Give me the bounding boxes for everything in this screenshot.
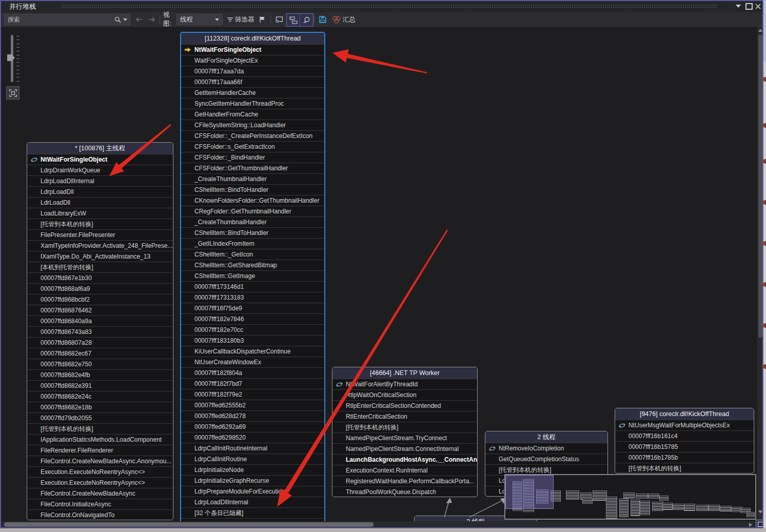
stack-frame[interactable]: GetHandlerFromCache — [181, 109, 324, 120]
stack-frame[interactable]: 00007fff182f7bd7 — [181, 378, 324, 389]
stack-frame[interactable]: 00007fff16f75de9 — [181, 303, 324, 313]
stack-frame[interactable]: 00007ffd8682ec67 — [27, 348, 173, 359]
stack-frame[interactable]: CFSFolder::s_GetExtractIcon — [181, 141, 324, 152]
stack-frame[interactable]: CShellItem::BindToHandler — [181, 184, 324, 195]
stack-frame[interactable]: GetQueuedCompletionStatus — [485, 454, 607, 464]
stack-frame[interactable]: Execution.ExecuteNoReentryAsync<> — [27, 466, 173, 477]
stack-frame[interactable]: 00007ffd86743a83 — [27, 326, 173, 337]
stack-frame[interactable]: [托管到本机的转换] — [615, 463, 754, 474]
stack-frame[interactable]: LdrpDrainWorkQueue — [27, 165, 173, 175]
horizontal-scrollbar-thumb[interactable] — [4, 522, 374, 527]
stack-header[interactable]: [9476] coreclr.dll!KickOffThread — [615, 408, 754, 420]
vertical-scrollbar-thumb[interactable] — [758, 35, 762, 338]
minimap-panel[interactable] — [504, 474, 756, 520]
forward-button[interactable] — [146, 14, 158, 25]
stack-frame[interactable]: 00007fff16b161c4 — [615, 430, 754, 441]
stack-frame[interactable]: FileRenderer.FileRenderer — [27, 445, 173, 456]
frames-button[interactable] — [273, 14, 285, 25]
stack-frame[interactable]: 00007fff16b1785b — [615, 452, 754, 463]
stack-frame[interactable]: 00007ffd8682e24c — [27, 391, 173, 402]
close-button[interactable] — [752, 2, 763, 11]
stack-frame[interactable]: CShellItem::GetImage — [181, 270, 324, 281]
stack-frame[interactable]: 00007ffd8682e4fb — [27, 369, 173, 380]
stack-frame[interactable]: 00007ffed628d278 — [181, 410, 324, 421]
scroll-right-arrow-icon[interactable] — [749, 523, 752, 527]
stack-frame[interactable]: LdrpInitializeNode — [181, 464, 324, 475]
stack-frame[interactable]: 00007fff183180b3 — [181, 335, 324, 346]
stack-frame[interactable]: CFileSysItemString::LoadHandler — [181, 120, 324, 130]
stack-frame[interactable]: Execution.ExecuteNoReentryAsync<> — [27, 477, 173, 488]
stack-frame[interactable]: LdrpInitializeGraphRecurse — [181, 475, 324, 486]
stack-frame[interactable]: KiUserCallbackDispatcherContinue — [181, 346, 324, 357]
stack-frame[interactable]: LaunchBackgroundHostAsync.__ConnectAnd..… — [332, 454, 477, 465]
stack-frame[interactable]: LoadLibraryExW — [27, 208, 173, 219]
stack-frame[interactable]: IXamlType.Do_Abi_ActivateInstance_13 — [27, 251, 173, 262]
stack-frame[interactable]: WaitForSingleObjectEx — [181, 55, 324, 66]
method-view-button[interactable] — [287, 14, 300, 26]
stack-box-kickoff-9476[interactable]: [9476] coreclr.dll!KickOffThreadNtUserMs… — [615, 408, 754, 474]
minimap-viewport[interactable] — [505, 475, 554, 509]
zoom-to-current-frame-button[interactable] — [300, 14, 313, 26]
stack-box-current-thread[interactable]: [112328] coreclr.dll!KickOffThreadNtWait… — [180, 32, 325, 528]
stack-header[interactable]: [112328] coreclr.dll!KickOffThread — [181, 33, 324, 44]
stack-frame[interactable]: CKnownFoldersFolder::GetThumbnailHandler — [181, 195, 324, 206]
stack-frame[interactable]: 00007fff182e70cc — [181, 324, 324, 335]
stack-frame[interactable]: [32 个条目已隐藏] — [181, 507, 324, 518]
stack-frame[interactable]: NtRemoveIoCompletion — [485, 443, 607, 454]
stack-frame[interactable]: _GetILIndexFromItem — [181, 238, 324, 249]
stack-frame[interactable]: CShellItem::GetSharedBitmap — [181, 260, 324, 270]
stack-frame[interactable]: [本机到托管的转换] — [27, 262, 173, 272]
stack-frame[interactable]: 00007ffed6292a69 — [181, 421, 324, 432]
stack-frame[interactable]: [托管到本机的转换] — [485, 464, 607, 475]
stack-frame[interactable]: RtlpWaitOnCriticalSection — [332, 389, 477, 400]
window-menu-button[interactable] — [733, 2, 744, 11]
stack-frame[interactable]: 00007ffd86807a28 — [27, 337, 173, 348]
stack-frame[interactable]: CShellItem::BindToHandler — [181, 227, 324, 238]
stack-frame[interactable]: ExecutionContext.RunInternal — [332, 465, 477, 476]
stack-frame[interactable]: 00007fff182f804a — [181, 367, 324, 378]
stack-frame[interactable]: RegisteredWaitHandle.PerformCallbackPort… — [332, 476, 477, 486]
stack-frame[interactable]: 00007fff17aaa66f — [181, 76, 324, 87]
save-button[interactable] — [317, 14, 328, 25]
back-button[interactable] — [133, 14, 145, 25]
stack-frame[interactable]: LdrpPrepareModuleForExecution — [181, 486, 324, 497]
stack-header[interactable]: [46664] .NET TP Worker — [332, 367, 477, 379]
stack-frame[interactable]: 00007fff17aaa7da — [181, 66, 324, 76]
stack-frame[interactable]: 00007fff182f79e2 — [181, 389, 324, 400]
stack-frame[interactable]: [托管到本机的转换] — [27, 423, 173, 434]
stack-frame[interactable]: LdrpLoadDllInternal — [27, 175, 173, 186]
stack-box-main-thread[interactable]: * [100876] 主线程NtWaitForSingleObjectLdrpD… — [27, 142, 173, 520]
stack-frame[interactable]: CShellItem::_GetIcon — [181, 249, 324, 260]
stack-frame[interactable]: _CreateThumbnailHandler — [181, 216, 324, 227]
stack-frame[interactable]: 00007ffd86840a9a — [27, 316, 173, 326]
stack-header[interactable]: 2 线程 — [485, 431, 607, 443]
stack-frame[interactable]: NtWaitForAlertByThreadId — [332, 379, 477, 389]
stack-frame[interactable]: 00007fff173146d1 — [181, 281, 324, 292]
titlebar[interactable]: 并行堆栈 — [0, 0, 763, 12]
stack-frame[interactable]: 00007fff182e7846 — [181, 313, 324, 324]
stack-frame[interactable]: NtWaitForSingleObject — [27, 154, 173, 165]
stack-frame[interactable]: [托管到本机的转换] — [332, 422, 477, 432]
stack-frame[interactable]: NamedPipeClientStream.ConnectInternal — [332, 443, 477, 454]
stack-frame[interactable]: FileControl.OnNavigatedTo — [27, 509, 173, 520]
stack-frame[interactable]: RtlEnterCriticalSection — [332, 411, 477, 422]
stack-frame[interactable]: FileControl.CreateNewBladeAsync — [27, 488, 173, 499]
stack-frame[interactable]: 00007ffd867e1b30 — [27, 272, 173, 283]
stack-frame[interactable]: _CreateThumbnailHandler — [181, 173, 324, 184]
search-icon[interactable] — [114, 16, 121, 23]
stack-frame[interactable]: [托管到本机的转换] — [27, 219, 173, 229]
stack-frame[interactable]: 00007ffd868af6a9 — [27, 283, 173, 294]
stack-frame[interactable]: 00007ffd8682e391 — [27, 380, 173, 391]
scroll-down-arrow-icon[interactable] — [758, 510, 762, 514]
stack-frame[interactable]: 00007ffed62555b2 — [181, 400, 324, 410]
stack-frame[interactable]: ThreadPoolWorkQueue.Dispatch — [332, 486, 477, 497]
stack-frame[interactable]: NtUserCreateWindowEx — [181, 357, 324, 367]
stack-frame[interactable]: SyncGetItemHandlerThreadProc — [181, 98, 324, 109]
stack-header[interactable]: * [100876] 主线程 — [27, 143, 173, 154]
scroll-up-arrow-icon[interactable] — [758, 29, 762, 32]
stack-frame[interactable]: RtlpEnterCriticalSectionContended — [332, 400, 477, 411]
zoom-slider-handle[interactable] — [7, 54, 15, 61]
summary-button[interactable]: 汇总 — [343, 14, 356, 25]
stack-frame[interactable]: 00007fff16b15785 — [615, 441, 754, 452]
stack-frame[interactable]: 00007ffd8682e750 — [27, 359, 173, 369]
